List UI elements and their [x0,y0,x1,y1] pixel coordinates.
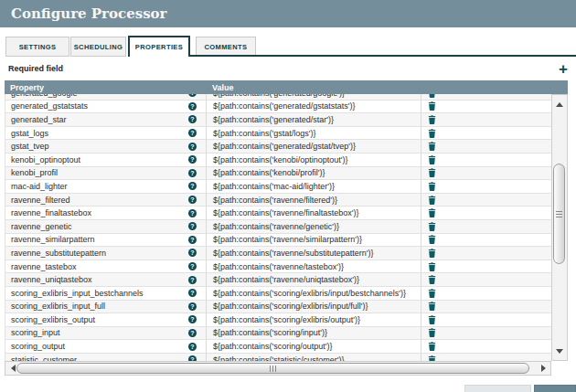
property-name: ravenne_tastebox [11,262,188,271]
tab-bar: SETTINGS SCHEDULING PROPERTIES COMMENTS [5,36,576,57]
delete-property-icon[interactable] [428,315,436,324]
footer-button-secondary[interactable] [464,385,531,392]
info-icon[interactable]: ? [188,329,197,337]
property-cell: generated_google ? [5,94,206,100]
delete-property-icon[interactable] [428,275,436,284]
value-cell[interactable]: ${path:contains('gstat/logs')} [206,127,421,140]
add-property-button[interactable]: + [556,61,571,77]
property-name: scoring_exlibris_output [11,315,188,324]
delete-property-icon[interactable] [428,262,436,271]
value-cell[interactable]: ${path:contains('generated/gstat/tvep')} [206,140,421,153]
info-icon[interactable]: ? [188,236,197,244]
property-name: ravenne_similarpattern [11,235,188,244]
value-cell[interactable]: ${path:contains('scoring/exlibris/input/… [206,301,421,313]
info-icon[interactable]: ? [188,302,197,311]
value-cell[interactable]: ${path:contains('kenobi/profil')} [206,167,421,180]
vertical-scroll-thumb[interactable] [553,164,565,264]
info-icon[interactable]: ? [188,262,197,270]
delete-property-icon[interactable] [428,289,436,298]
delete-property-icon[interactable] [428,342,436,351]
value-cell[interactable]: ${path:contains('kenobi/optinoptout')} [206,154,421,166]
property-name: gstat_logs [11,129,188,138]
property-name: kenobi_profil [11,168,188,177]
value-cell[interactable]: ${path:contains('ravenne/filtered')} [206,194,421,207]
property-cell: scoring_output ? [5,340,206,353]
value-cell[interactable]: ${path:contains('scoring/exlibris/input/… [206,287,421,300]
info-icon[interactable]: ? [188,102,197,111]
value-cell[interactable]: ${path:contains('ravenne/genetic')} [206,220,421,233]
info-icon[interactable]: ? [188,169,197,177]
delete-property-icon[interactable] [428,235,436,244]
value-cell[interactable]: ${path:contains('ravenne/substitutepatte… [206,247,421,260]
info-icon[interactable]: ? [188,222,197,230]
value-cell[interactable]: ${path:contains('scoring/input')} [206,327,421,340]
value-cell[interactable]: ${path:contains('scoring/output')} [206,340,421,353]
info-icon[interactable]: ? [188,155,197,164]
delete-property-icon[interactable] [428,115,436,124]
scroll-right-button[interactable] [537,362,549,375]
value-cell[interactable]: ${path:contains('ravenne/similarpattern'… [206,234,421,247]
value-cell[interactable]: ${path:contains('statistic/customer')} [206,354,421,361]
info-icon[interactable]: ? [188,129,197,137]
table-row: generated_star ? ${path:contains('genera… [5,113,551,127]
property-value: ${path:contains('scoring/input')} [213,328,327,337]
delete-property-icon[interactable] [428,155,436,164]
property-cell: generated_star ? [5,113,206,126]
delete-property-icon[interactable] [428,208,436,217]
tab-properties[interactable]: PROPERTIES [128,36,190,57]
info-icon[interactable]: ? [188,115,197,123]
table-row: ravenne_substitutepattern ? ${path:conta… [5,247,551,260]
value-cell[interactable]: ${path:contains('ravenne/tastebox')} [206,260,421,273]
tab-settings[interactable]: SETTINGS [5,37,69,57]
info-icon[interactable]: ? [188,343,197,351]
table-row: scoring_output ? ${path:contains('scorin… [5,340,551,354]
info-icon[interactable]: ? [188,276,197,284]
property-value: ${path:contains('scoring/exlibris/input/… [213,289,406,298]
value-cell[interactable]: ${path:contains('scoring/exlibris/output… [206,313,421,326]
info-icon[interactable]: ? [188,315,197,323]
value-cell[interactable]: ${path:contains('ravenne/uniqtastebox')} [206,273,421,286]
tab-scheduling[interactable]: SCHEDULING [70,37,126,57]
delete-property-icon[interactable] [428,168,436,177]
info-icon[interactable]: ? [188,289,197,297]
delete-property-icon[interactable] [428,101,436,111]
table-row: generated_google ? ${path:contains('gene… [5,94,551,101]
info-icon[interactable]: ? [188,196,197,204]
property-name: ravenne_genetic [11,222,188,231]
action-cell [421,101,551,113]
delete-property-icon[interactable] [428,94,436,98]
property-value: ${path:contains('ravenne/substitutepatte… [213,249,374,258]
value-cell[interactable]: ${path:contains('generated/google')} [206,94,421,100]
delete-property-icon[interactable] [428,129,436,138]
property-cell: generated_gstatstats ? [5,101,206,113]
table-row: ravenne_finaltastebox ? ${path:contains(… [5,207,551,220]
horizontal-scroll-thumb[interactable] [16,363,529,374]
delete-property-icon[interactable] [428,249,436,258]
delete-property-icon[interactable] [428,142,436,151]
value-cell[interactable]: ${path:contains('ravenne/finaltastebox')… [206,207,421,219]
value-cell[interactable]: ${path:contains('mac-aid/lighter')} [206,180,421,193]
delete-property-icon[interactable] [428,302,436,311]
property-value: ${path:contains('ravenne/similarpattern'… [213,235,362,244]
delete-property-icon[interactable] [428,222,436,231]
vertical-scrollbar[interactable] [551,94,568,361]
property-value: ${path:contains('scoring/exlibris/input/… [213,302,368,311]
footer-button-primary[interactable] [534,385,576,392]
value-cell[interactable]: ${path:contains('generated/gstatstats')} [206,101,421,113]
delete-property-icon[interactable] [428,328,436,337]
info-icon[interactable]: ? [188,182,197,190]
scroll-down-button[interactable] [552,344,567,358]
delete-property-icon[interactable] [428,182,436,191]
tab-comments[interactable]: COMMENTS [196,37,256,57]
scroll-up-button[interactable] [552,97,567,111]
table-row: mac-aid_lighter ? ${path:contains('mac-a… [5,180,551,194]
delete-property-icon[interactable] [428,196,436,205]
info-icon[interactable]: ? [188,209,197,217]
property-cell: scoring_input ? [5,327,206,340]
info-icon[interactable]: ? [188,249,197,257]
horizontal-scrollbar[interactable] [5,361,551,376]
info-icon[interactable]: ? [188,143,197,151]
value-cell[interactable]: ${path:contains('generated/star')} [206,113,421,126]
info-icon[interactable]: ? [188,94,197,97]
action-cell [421,194,551,207]
